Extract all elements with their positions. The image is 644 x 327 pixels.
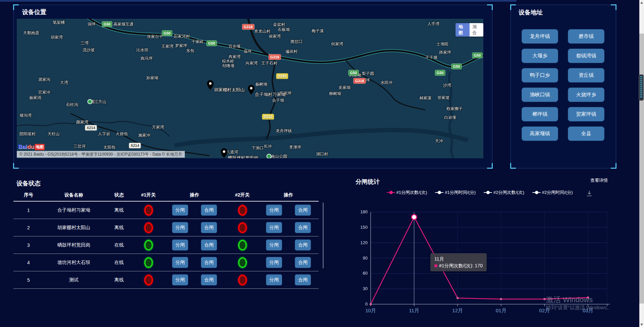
switch1-open-button[interactable]: 分闸: [172, 239, 188, 251]
switch2-close-button[interactable]: 合闸: [295, 239, 311, 251]
switch1-open-button[interactable]: 分闸: [172, 222, 188, 233]
map-place-label: 流沙坡: [83, 47, 95, 53]
map-place-label: 管家坡: [437, 95, 449, 101]
map-place-label: 洞坪: [88, 21, 96, 27]
map-place-label: 堰沟湾: [19, 113, 32, 118]
table-body: 1 合子坳村习家坳 离线 分闸 合闸 分闸 合闸 2 胡家棚村太阳山 离线: [13, 202, 319, 289]
scrollbar-down-arrow[interactable]: [640, 324, 643, 326]
address-town-button[interactable]: 全县: [568, 126, 604, 141]
switch1-indicator: [144, 257, 153, 268]
switch2-close-button[interactable]: 合闸: [295, 222, 311, 233]
map-place-label: 天鹅抱蛋: [23, 30, 39, 36]
corner-bracket: [487, 4, 493, 10]
road-badge: S242: [276, 73, 288, 79]
map-place-label: 庙坪: [244, 49, 252, 54]
address-town-button[interactable]: 龙舟坪镇: [522, 29, 558, 44]
switch1-close-button[interactable]: 合闸: [201, 257, 217, 268]
cell-index: 5: [13, 277, 44, 283]
device-marker-pin[interactable]: 合子坳村习家坳: [248, 85, 255, 95]
corner-bracket: [510, 4, 516, 10]
device-status-section: 设备状态 序号 设备名称 状态 #1开关 操作 #2开关 操作 1 合子坳村习家…: [13, 177, 327, 291]
corner-bracket: [13, 4, 19, 10]
switch1-close-button[interactable]: 合闸: [201, 239, 217, 251]
address-town-button[interactable]: 磨市镇: [568, 29, 604, 44]
table-scrollbar[interactable]: [323, 203, 324, 268]
device-marker-pin[interactable]: 晒鼓坪村荒田岗: [220, 148, 228, 158]
address-town-button[interactable]: 大堰乡: [522, 49, 558, 63]
switch1-close-button[interactable]: 合闸: [201, 222, 217, 233]
page-scrollbar-thumb[interactable]: [639, 34, 644, 304]
switch2-indicator: [238, 222, 247, 233]
switch1-close-button[interactable]: 合闸: [201, 274, 217, 285]
map-place-label: 杨树坳: [255, 81, 267, 87]
map-place-label: 千家岭: [192, 39, 204, 45]
col-header-op1: 操作: [163, 192, 226, 198]
svg-text:12月: 12月: [452, 308, 463, 313]
address-button-grid: 龙舟坪镇 磨市镇 大堰乡 都镇湾镇 鸭子口乡 资丘镇 渔峡口镇 火烧坪乡 榔坪镇…: [522, 29, 604, 141]
device-marker-label: 胡家棚村太阳山: [214, 87, 245, 93]
switch2-open-button[interactable]: 分闸: [266, 257, 282, 268]
corner-bracket: [13, 163, 19, 169]
switch2-open-button[interactable]: 分闸: [266, 274, 282, 285]
road-badge: G318: [354, 78, 366, 84]
windows-activation-watermark: 激活 Windows: [546, 295, 593, 305]
address-town-button[interactable]: 榔坪镇: [522, 107, 558, 121]
switch2-close-button[interactable]: 合闸: [295, 274, 311, 285]
address-town-button[interactable]: 鸭子口乡: [522, 68, 558, 83]
switch1-indicator: [144, 205, 153, 216]
cell-index: 3: [13, 242, 44, 248]
col-header-switch2: #2开关: [226, 192, 258, 198]
svg-text:0: 0: [365, 302, 368, 307]
map-place-label: 吴家坳: [338, 85, 351, 91]
map-place-label: 天柱山: [48, 131, 60, 137]
map-place-label: 大湾: [60, 80, 68, 86]
road-badge: G50: [162, 31, 172, 36]
map-place-label: 合子坳: [272, 98, 284, 103]
pin-icon: [248, 85, 255, 95]
table-row: 5 测试 离线 分闸 合闸 分闸 合闸: [13, 271, 319, 289]
switch2-open-button[interactable]: 分闸: [266, 239, 282, 251]
switch2-close-button[interactable]: 合闸: [295, 257, 311, 268]
road-badge: G50: [472, 53, 483, 58]
map-place-label: 彭家河村: [174, 34, 190, 39]
baidu-logo-text: Bai: [18, 144, 27, 150]
address-town-button[interactable]: 资丘镇: [568, 68, 604, 83]
cell-status: 在线: [104, 260, 134, 266]
switch1-open-button[interactable]: 分闸: [172, 257, 188, 268]
device-location-panel: 设备位置 笔架槽 洞坪 高家堰互通: [13, 5, 492, 168]
address-town-button[interactable]: 都镇湾镇: [568, 49, 604, 63]
map-place-label: 张家台子: [147, 34, 163, 40]
corner-bracket: [487, 163, 493, 169]
switch2-open-button[interactable]: 分闸: [266, 205, 282, 216]
map-type-hybrid-button[interactable]: 混合: [470, 23, 484, 37]
switch1-close-button[interactable]: 合闸: [201, 205, 217, 216]
scrollbar-up-arrow[interactable]: [640, 2, 643, 4]
address-panel-title: 设备地址: [519, 8, 543, 16]
map-place-label: 罗家坪: [175, 43, 187, 49]
address-town-button[interactable]: 贺家坪镇: [568, 107, 604, 121]
col-header-op2: 操作: [258, 192, 319, 198]
address-town-button[interactable]: 火烧坪乡: [568, 88, 604, 102]
road-badge: G50: [102, 21, 112, 27]
device-marker-pin[interactable]: 胡家棚村太阳山: [207, 80, 214, 91]
address-town-button[interactable]: 渔峡口镇: [522, 88, 558, 102]
map-type-map-button[interactable]: 地图: [455, 23, 470, 37]
switch1-open-button[interactable]: 分闸: [172, 205, 188, 216]
baidu-map[interactable]: 笔架槽 洞坪 高家堰互通 天鹅抱蛋 胡家湾 三湾 流沙坡 沁水坝 张家台子 彭家…: [17, 19, 483, 158]
map-place-label: 清江方山: [90, 99, 106, 105]
cell-status: 在线: [104, 242, 134, 248]
switch2-open-button[interactable]: 分闸: [266, 222, 282, 233]
map-place-label: 偏岩村: [285, 49, 298, 54]
map-type-toggle: 地图 混合: [455, 23, 483, 37]
switch2-indicator: [238, 205, 247, 216]
switch2-close-button[interactable]: 合闸: [295, 205, 311, 216]
col-header-status: 状态: [104, 192, 134, 198]
switch1-open-button[interactable]: 分闸: [172, 274, 188, 285]
windows-activation-watermark-sub: 转到"设置"以激活 Windows。: [546, 305, 612, 311]
table-row: 1 合子坳村习家坳 离线 分闸 合闸 分闸 合闸: [13, 202, 319, 219]
address-town-button[interactable]: 高家堰镇: [522, 126, 558, 141]
svg-text:90: 90: [363, 256, 368, 261]
map-place-label: 颜家湾: [76, 119, 88, 125]
svg-text:60: 60: [363, 271, 368, 276]
tooltip-value-line: #1分闸次数/(次): 170: [434, 262, 483, 269]
